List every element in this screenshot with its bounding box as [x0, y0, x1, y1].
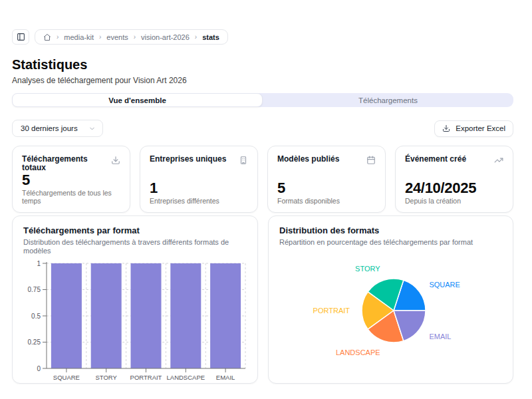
stat-card-value: 5: [22, 172, 120, 188]
building-icon: [239, 156, 248, 165]
chevron-right-icon: ›: [195, 33, 197, 41]
tab-overview[interactable]: Vue d'ensemble: [12, 93, 263, 107]
stat-card-title: Entreprises uniques: [150, 155, 226, 164]
bar-square[interactable]: [51, 263, 82, 368]
pie-chart-subtitle: Répartition en pourcentage des télécharg…: [279, 238, 502, 247]
stat-card-value: 1: [150, 180, 248, 196]
stat-card-event-created: Événement créé 24/10/2025 Depuis la créa…: [395, 146, 513, 213]
period-select[interactable]: 30 derniers jours: [12, 120, 103, 137]
stat-card-total-downloads: Téléchargements totaux 5 Téléchargements…: [12, 146, 130, 213]
bar-email[interactable]: [210, 263, 241, 368]
stat-card-value: 24/10/2025: [405, 180, 503, 196]
chevron-right-icon: ›: [134, 33, 136, 41]
stat-card-subtitle: Depuis la création: [405, 197, 503, 205]
stat-card-subtitle: Formats disponibles: [277, 197, 376, 205]
svg-text:0.75: 0.75: [28, 286, 41, 293]
bar-portrait[interactable]: [131, 263, 162, 368]
formats-pie-chart-card: Distribution des formats Répartition en …: [268, 215, 513, 384]
breadcrumb-item-event[interactable]: vision-art-2026: [141, 33, 190, 41]
chevron-down-icon: [88, 125, 96, 132]
stat-cards-row: Téléchargements totaux 5 Téléchargements…: [12, 146, 513, 205]
breadcrumb-item-events[interactable]: events: [106, 33, 128, 41]
trending-up-icon: [494, 156, 503, 165]
svg-text:EMAIL: EMAIL: [429, 332, 451, 340]
svg-text:0.25: 0.25: [28, 338, 41, 346]
svg-text:LANDSCAPE: LANDSCAPE: [167, 374, 205, 381]
tab-downloads[interactable]: Téléchargements: [263, 93, 513, 107]
svg-text:0.5: 0.5: [31, 313, 41, 320]
breadcrumb-item-stats: stats: [202, 33, 219, 41]
bar-story[interactable]: [91, 263, 122, 368]
download-icon: [442, 124, 450, 132]
chevron-right-icon: ›: [99, 33, 101, 41]
bar-chart-subtitle: Distribution des téléchargements à trave…: [23, 238, 247, 255]
stat-card-unique-companies: Entreprises uniques 1 Entreprises différ…: [140, 146, 258, 213]
breadcrumb-bar: › media-kit › events › vision-art-2026 ›…: [35, 29, 228, 45]
export-excel-button[interactable]: Exporter Excel: [434, 120, 513, 137]
page-title: Statistiques: [12, 57, 513, 72]
stat-card-title: Téléchargements totaux: [22, 155, 111, 172]
period-select-value: 30 derniers jours: [21, 124, 78, 132]
sidebar-toggle-button[interactable]: [12, 29, 29, 45]
chevron-right-icon: ›: [57, 33, 59, 41]
svg-text:SQUARE: SQUARE: [429, 281, 460, 289]
svg-text:0: 0: [37, 365, 41, 372]
download-icon: [111, 156, 120, 165]
svg-text:PORTRAIT: PORTRAIT: [130, 374, 162, 381]
downloads-bar-chart[interactable]: 00.250.50.751SQUARESTORYPORTRAITLANDSCAP…: [23, 258, 247, 386]
home-icon[interactable]: [43, 33, 51, 41]
page-subtitle: Analyses de téléchargement pour Vision A…: [12, 76, 513, 85]
stat-card-title: Modèles publiés: [277, 155, 339, 164]
pie-chart-title: Distribution des formats: [279, 225, 502, 235]
breadcrumb: › media-kit › events › vision-art-2026 ›…: [12, 29, 513, 45]
svg-text:STORY: STORY: [96, 374, 118, 381]
panel-left-icon: [17, 33, 25, 41]
svg-text:LANDSCAPE: LANDSCAPE: [336, 348, 380, 356]
statistics-page: › media-kit › events › vision-art-2026 ›…: [0, 0, 532, 399]
bar-chart-title: Téléchargements par format: [23, 225, 247, 235]
stat-card-title: Événement créé: [405, 155, 466, 164]
downloads-bar-chart-card: Téléchargements par format Distribution …: [12, 215, 258, 384]
svg-text:1: 1: [37, 260, 41, 267]
stat-card-subtitle: Entreprises différentes: [150, 197, 248, 205]
formats-pie-chart[interactable]: SQUARESTORYPORTRAITLANDSCAPEEMAIL: [279, 248, 502, 378]
svg-text:PORTRAIT: PORTRAIT: [313, 307, 350, 315]
svg-text:EMAIL: EMAIL: [216, 374, 235, 381]
export-excel-label: Exporter Excel: [456, 124, 505, 132]
svg-text:SQUARE: SQUARE: [53, 374, 80, 381]
calendar-icon: [366, 156, 376, 165]
svg-text:STORY: STORY: [355, 265, 380, 273]
bar-landscape[interactable]: [170, 263, 201, 368]
breadcrumb-item-media-kit[interactable]: media-kit: [64, 33, 94, 41]
stat-card-value: 5: [277, 180, 376, 196]
charts-row: Téléchargements par format Distribution …: [12, 215, 513, 384]
stat-card-published-templates: Modèles publiés 5 Formats disponibles: [267, 146, 386, 213]
stat-card-subtitle: Téléchargements de tous les temps: [22, 189, 120, 205]
controls-row: 30 derniers jours Exporter Excel: [12, 120, 513, 137]
tab-bar: Vue d'ensemble Téléchargements: [12, 93, 513, 107]
